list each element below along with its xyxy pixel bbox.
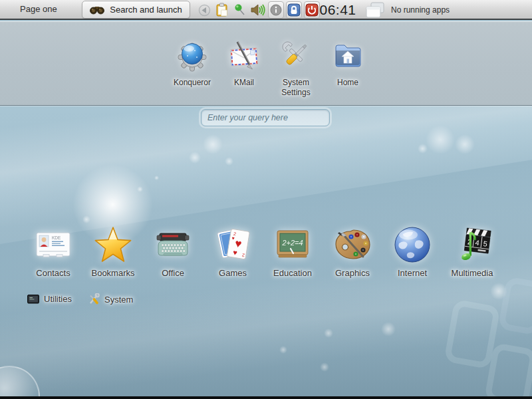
info-icon[interactable]	[268, 1, 284, 19]
favorite-label: KMail	[234, 78, 254, 88]
bookmarks-star-icon	[92, 221, 134, 266]
wallpaper-bokeh	[225, 157, 233, 166]
category-bookmarks[interactable]: Bookmarks	[83, 221, 143, 278]
favorites-list: Konqueror	[8, 39, 532, 98]
wallpaper-bokeh	[203, 134, 223, 154]
wallpaper-bokeh	[137, 186, 143, 192]
category-label: Multimedia	[452, 268, 493, 278]
contacts-card-icon: KDE	[32, 221, 74, 266]
category-label: System	[104, 295, 133, 305]
category-office[interactable]: Office	[143, 221, 203, 278]
clipboard-icon[interactable]	[214, 1, 230, 19]
wallpaper-bokeh	[324, 329, 333, 338]
wallpaper-link-pattern	[444, 299, 500, 370]
wallpaper-bokeh	[154, 176, 159, 180]
category-contacts[interactable]: KDE Contacts	[23, 221, 83, 278]
expander-arrow-icon[interactable]	[196, 1, 212, 19]
favorites-strip: Konqueror	[0, 21, 532, 106]
category-label: Graphics	[335, 268, 370, 278]
office-typewriter-icon	[152, 221, 194, 266]
favorite-konqueror[interactable]: Konqueror	[169, 39, 215, 98]
taskbar-status: No running apps	[391, 5, 450, 15]
education-chalkboard-icon: 2+2=4	[271, 221, 314, 266]
favorite-system-settings[interactable]: System Settings	[273, 39, 319, 98]
multimedia-clapper-icon: 2 4 5	[451, 221, 493, 266]
lock-icon[interactable]	[286, 1, 302, 19]
wallpaper-bokeh	[381, 322, 396, 336]
category-grid: KDE Contacts	[23, 221, 502, 278]
window-icon	[365, 1, 386, 19]
favorite-kmail[interactable]: KMail	[221, 39, 267, 98]
favorite-label: System Settings	[273, 78, 319, 98]
category-games[interactable]: 2 ♥ ♥ ♥ 2 Games	[203, 221, 263, 278]
pager-page-one[interactable]: Page one	[20, 0, 57, 19]
wallpaper-bokeh	[189, 152, 201, 164]
category-utilities[interactable]: Utilities	[27, 293, 72, 305]
svg-text:2+2=4: 2+2=4	[281, 239, 303, 247]
binoculars-icon	[90, 5, 104, 15]
kmail-envelope-icon	[227, 39, 261, 74]
top-panel: Page one Search and launch	[0, 0, 532, 20]
wallpaper-bokeh	[490, 283, 507, 300]
internet-globe-icon	[391, 221, 434, 266]
wallpaper-link-pattern	[498, 276, 532, 335]
favorite-label: Home	[337, 78, 358, 88]
konqueror-globe-gear-icon	[175, 39, 209, 74]
wallpaper-bokeh	[455, 134, 475, 154]
home-folder-icon	[331, 39, 365, 74]
category-internet[interactable]: Internet	[382, 221, 442, 278]
bottom-edge-bar	[0, 396, 532, 399]
search-and-launch-tab[interactable]: Search and launch	[82, 1, 190, 19]
category-system[interactable]: System	[88, 293, 133, 305]
wallpaper-link-pattern	[484, 342, 532, 399]
category-label: Contacts	[36, 268, 70, 278]
category-label: Office	[162, 268, 184, 278]
wallpaper-bokeh	[418, 144, 428, 154]
category-label: Utilities	[44, 294, 72, 304]
games-cards-icon: 2 ♥ ♥ ♥ 2	[211, 221, 254, 266]
digital-clock[interactable]: 06:41	[317, 1, 358, 19]
category-label: Education	[273, 268, 312, 278]
task-manager: No running apps	[365, 1, 450, 19]
wallpaper-bokeh	[279, 346, 287, 354]
utilities-terminal-icon	[27, 293, 39, 305]
category-label: Games	[219, 268, 247, 278]
wallpaper-bubble	[0, 366, 40, 399]
graphics-palette-icon	[331, 221, 374, 266]
category-label: Internet	[398, 268, 427, 278]
pin-icon[interactable]	[232, 1, 248, 19]
wallpaper-bokeh	[426, 125, 455, 154]
search-input[interactable]	[201, 109, 330, 126]
category-multimedia[interactable]: 2 4 5 Multimedia	[442, 221, 502, 278]
wallpaper-bokeh	[320, 362, 329, 372]
category-label: Bookmarks	[91, 268, 134, 278]
category-education[interactable]: 2+2=4 Education	[263, 221, 323, 278]
volume-icon[interactable]	[250, 1, 266, 19]
system-settings-tools-icon	[279, 39, 313, 74]
search-and-launch-label: Search and launch	[110, 5, 182, 15]
system-tools-small-icon	[88, 293, 100, 305]
favorite-label: Konqueror	[174, 78, 211, 88]
svg-text:KDE: KDE	[52, 235, 61, 240]
favorite-home[interactable]: Home	[325, 39, 371, 98]
category-graphics[interactable]: Graphics	[323, 221, 382, 278]
desktop: Page one Search and launch	[0, 0, 532, 399]
system-tray	[196, 1, 320, 19]
